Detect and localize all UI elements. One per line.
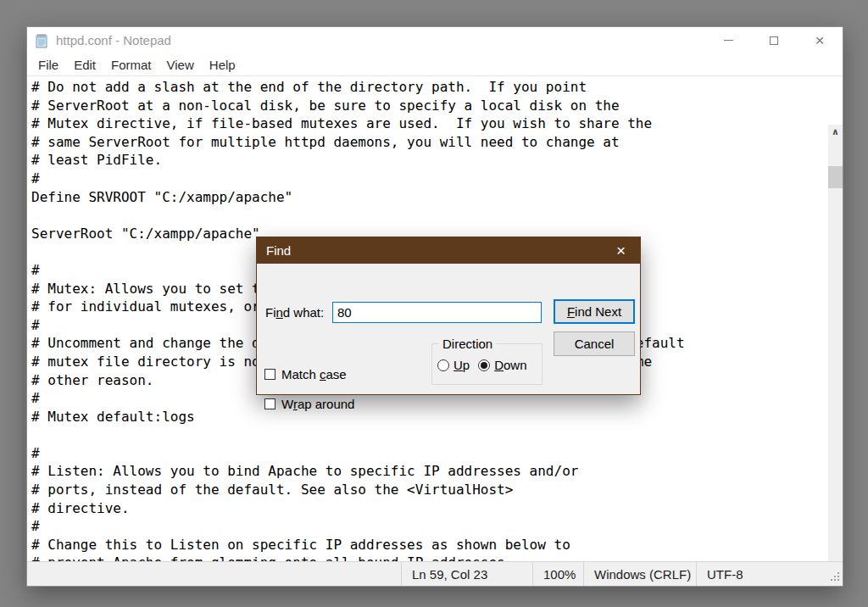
match-case-label[interactable]: Match case <box>281 367 347 381</box>
status-bar: Ln 59, Col 23 100% Windows (CRLF) UTF-8 <box>27 561 843 586</box>
status-encoding-label: UTF-8 <box>707 567 743 582</box>
status-zoom-level: 100% <box>532 562 583 586</box>
menu-view[interactable]: View <box>159 56 202 74</box>
code-line: Define SRVROOT "C:/xampp/apache" <box>31 188 832 207</box>
code-line: # <box>31 170 832 188</box>
status-spacer <box>27 562 401 586</box>
vertical-scrollbar[interactable]: ∧ ∨ <box>828 125 843 563</box>
wrap-around-label[interactable]: Wrap around <box>281 397 354 411</box>
menu-bar: File Edit Format View Help <box>27 53 843 75</box>
find-dialog-title-bar[interactable]: Find × <box>257 237 640 264</box>
code-line: # ServerRoot at a non-local disk, be sur… <box>31 97 832 115</box>
menu-format[interactable]: Format <box>103 56 159 74</box>
menu-help[interactable]: Help <box>202 56 243 74</box>
find-what-input[interactable] <box>332 302 542 323</box>
code-line: # <box>31 444 832 463</box>
title-bar[interactable]: httpd.conf - Notepad × <box>27 27 843 53</box>
code-line: # Mutex directive, if file-based mutexes… <box>31 114 832 133</box>
find-dialog-close-icon[interactable]: × <box>602 237 640 264</box>
code-line: # Do not add a slash at the end of the d… <box>31 78 832 97</box>
status-encoding: UTF-8 <box>696 562 843 586</box>
code-line: # directive. <box>31 499 832 518</box>
close-button[interactable]: × <box>797 27 843 53</box>
direction-down-radio[interactable] <box>478 359 490 371</box>
code-line: # same ServerRoot for multiple httpd dae… <box>31 133 832 152</box>
scroll-up-icon[interactable]: ∧ <box>828 125 843 139</box>
match-case-checkbox[interactable] <box>264 369 275 380</box>
maximize-button[interactable] <box>751 27 797 53</box>
direction-up-radio[interactable] <box>437 359 449 371</box>
find-dialog: Find × Find what: Find Next Cancel Direc… <box>256 237 641 395</box>
resize-grip-icon[interactable] <box>829 572 839 582</box>
wrap-around-checkbox[interactable] <box>264 398 275 409</box>
direction-group: Direction Up Down <box>431 343 542 385</box>
cancel-button[interactable]: Cancel <box>554 331 635 356</box>
code-line: # Mutex default:logs <box>31 408 832 426</box>
scrollbar-thumb[interactable] <box>828 166 843 188</box>
minimize-button[interactable] <box>705 27 751 53</box>
code-line: # <box>31 517 832 536</box>
window-title: httpd.conf - Notepad <box>56 33 171 47</box>
find-what-label: Find what: <box>265 305 324 320</box>
direction-down-label[interactable]: Down <box>494 358 526 372</box>
notepad-icon <box>34 32 50 48</box>
menu-edit[interactable]: Edit <box>66 56 103 74</box>
code-line <box>31 426 832 444</box>
code-line: # Change this to Listen on specific IP a… <box>31 536 832 554</box>
find-dialog-title: Find <box>266 243 291 258</box>
direction-up-label[interactable]: Up <box>453 358 470 372</box>
code-line <box>31 206 832 225</box>
code-line: # least PidFile. <box>31 151 832 170</box>
desktop: httpd.conf - Notepad × File Edit Format … <box>0 0 868 607</box>
status-line-ending: Windows (CRLF) <box>583 562 696 586</box>
menu-file[interactable]: File <box>31 56 66 74</box>
code-line: # Listen: Allows you to bind Apache to s… <box>31 462 832 481</box>
direction-group-label: Direction <box>439 337 496 351</box>
find-next-button[interactable]: Find Next <box>554 299 635 324</box>
code-line: # ports, instead of the default. See als… <box>31 481 832 499</box>
status-cursor-position: Ln 59, Col 23 <box>401 562 532 586</box>
